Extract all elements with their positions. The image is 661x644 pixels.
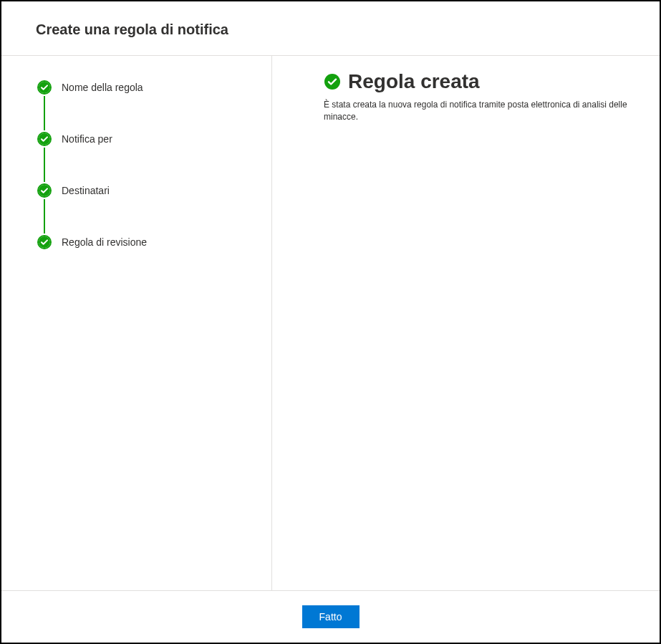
- svg-point-8: [324, 74, 340, 90]
- wizard-step-recipients: Destinatari: [36, 182, 271, 199]
- result-description: È stata creata la nuova regola di notifi…: [324, 99, 642, 123]
- result-header: Regola creata: [324, 70, 642, 93]
- wizard-steps: Nome della regola Notifica per Destinata…: [36, 79, 271, 251]
- step-connector: [44, 96, 45, 130]
- page-title: Create una regola di notifica: [36, 21, 625, 38]
- wizard-sidebar: Nome della regola Notifica per Destinata…: [1, 56, 272, 590]
- wizard-step-label: Regola di revisione: [62, 236, 147, 248]
- wizard-step-label: Notifica per: [62, 133, 112, 145]
- wizard-step-label: Nome della regola: [62, 82, 143, 93]
- wizard-step-notify-for: Notifica per: [36, 130, 271, 148]
- wizard-step-label: Destinatari: [62, 185, 110, 196]
- check-circle-icon: [36, 79, 53, 96]
- done-button[interactable]: Fatto: [302, 605, 360, 628]
- step-connector: [44, 148, 45, 182]
- wizard-header: Create una regola di notifica: [1, 1, 660, 55]
- wizard-footer: Fatto: [1, 590, 660, 643]
- success-check-icon: [324, 73, 341, 90]
- check-circle-icon: [36, 130, 53, 148]
- wizard-main: Regola creata È stata creata la nuova re…: [272, 56, 660, 590]
- wizard-step-review-rule: Regola di revisione: [36, 234, 271, 251]
- check-circle-icon: [36, 182, 53, 199]
- content-wrapper: Nome della regola Notifica per Destinata…: [1, 55, 660, 590]
- check-circle-icon: [36, 234, 53, 251]
- result-title: Regola creata: [348, 70, 480, 93]
- step-connector: [44, 199, 45, 234]
- wizard-step-rule-name: Nome della regola: [36, 79, 271, 96]
